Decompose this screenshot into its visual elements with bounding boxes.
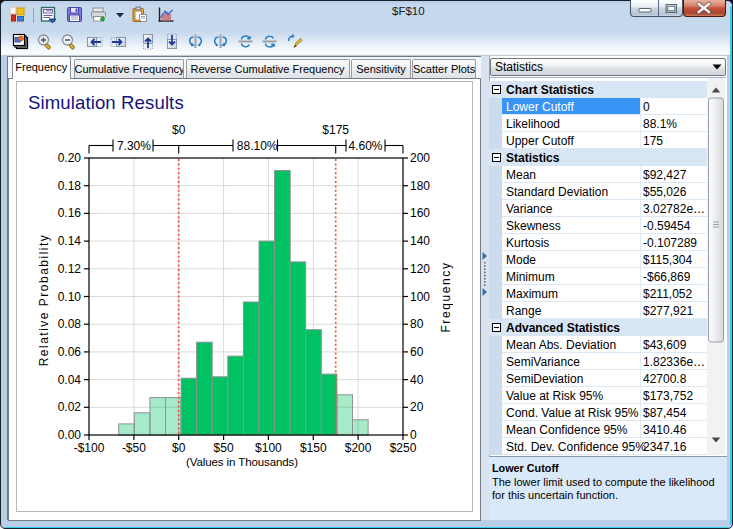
- svg-text:140: 140: [410, 234, 430, 248]
- svg-text:80: 80: [410, 317, 424, 331]
- svg-text:200: 200: [410, 151, 430, 165]
- svg-text:0.20: 0.20: [58, 151, 82, 165]
- svg-text:0.14: 0.14: [58, 234, 82, 248]
- svg-text:20: 20: [410, 400, 424, 414]
- svg-text:0.16: 0.16: [58, 206, 82, 220]
- svg-text:$200: $200: [345, 441, 372, 455]
- svg-text:4.60%: 4.60%: [348, 139, 382, 153]
- svg-text:$100: $100: [255, 441, 282, 455]
- svg-text:Simulation Results: Simulation Results: [28, 92, 184, 113]
- svg-text:0.02: 0.02: [58, 400, 82, 414]
- svg-text:88.10%: 88.10%: [237, 139, 278, 153]
- svg-text:120: 120: [410, 262, 430, 276]
- svg-text:0.06: 0.06: [58, 345, 82, 359]
- svg-text:Frequency: Frequency: [439, 261, 453, 332]
- svg-text:$150: $150: [300, 441, 327, 455]
- svg-text:(Values in Thousands): (Values in Thousands): [186, 456, 298, 468]
- svg-text:60: 60: [410, 345, 424, 359]
- svg-text:-$100: -$100: [74, 441, 105, 455]
- svg-text:0.12: 0.12: [58, 262, 82, 276]
- svg-text:0: 0: [410, 428, 417, 442]
- svg-text:$50: $50: [214, 441, 234, 455]
- svg-text:-$50: -$50: [122, 441, 146, 455]
- svg-text:0.04: 0.04: [58, 373, 82, 387]
- svg-text:Relative Probability: Relative Probability: [37, 234, 51, 367]
- svg-text:180: 180: [410, 179, 430, 193]
- svg-text:160: 160: [410, 206, 430, 220]
- svg-text:7.30%: 7.30%: [117, 139, 151, 153]
- svg-text:$0: $0: [172, 123, 186, 137]
- svg-text:0.10: 0.10: [58, 290, 82, 304]
- svg-text:$0: $0: [172, 441, 186, 455]
- svg-text:0.08: 0.08: [58, 317, 82, 331]
- svg-text:$250: $250: [390, 441, 417, 455]
- svg-text:0.18: 0.18: [58, 179, 82, 193]
- svg-text:0.00: 0.00: [58, 428, 82, 442]
- svg-text:100: 100: [410, 290, 430, 304]
- svg-text:$175: $175: [322, 123, 349, 137]
- svg-text:40: 40: [410, 373, 424, 387]
